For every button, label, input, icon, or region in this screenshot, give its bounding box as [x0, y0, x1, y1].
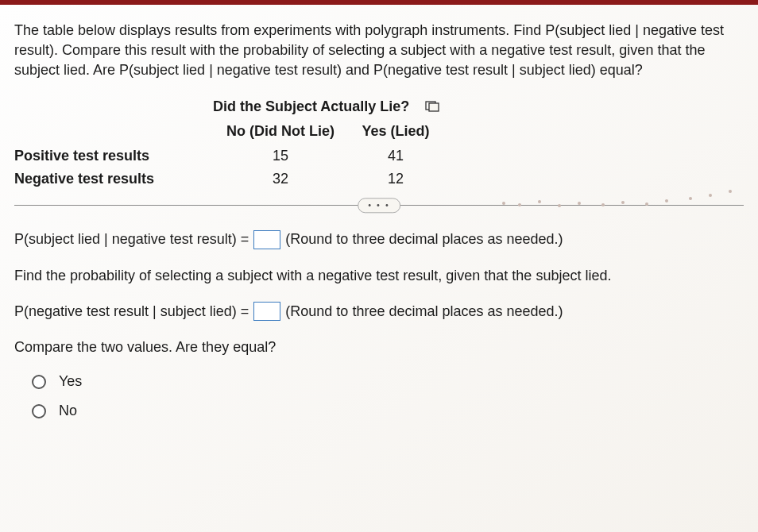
table-main-header: Did the Subject Actually Lie?: [213, 97, 409, 117]
col-header-no: No (Did Not Lie): [213, 121, 348, 141]
question-page: The table below displays results from ex…: [0, 0, 758, 532]
expand-dots-button[interactable]: • • •: [358, 198, 400, 213]
answer-line-2: Find the probability of selecting a subj…: [14, 266, 744, 286]
popout-icon[interactable]: [425, 101, 439, 112]
decorative-dots-icon: [496, 187, 750, 219]
answer-line-1: P(subject lied | negative test result) =…: [14, 229, 744, 249]
answer3-input[interactable]: [253, 302, 280, 321]
answer1-hint: (Round to three decimal places as needed…: [285, 229, 563, 249]
radio-icon: [32, 404, 46, 418]
svg-point-13: [729, 190, 732, 193]
answer3-label: P(negative test result | subject lied) =: [14, 302, 249, 322]
svg-point-11: [689, 197, 692, 200]
answer-line-3: P(negative test result | subject lied) =…: [14, 302, 744, 322]
section-divider: • • •: [14, 205, 744, 206]
cell-value: 15: [213, 146, 348, 166]
table-row: Negative test results 32 12: [14, 169, 744, 189]
svg-point-4: [538, 200, 541, 203]
row-label: Positive test results: [14, 146, 213, 166]
compare-question: Compare the two values. Are they equal?: [14, 337, 744, 357]
radio-label-no: No: [59, 401, 77, 421]
svg-rect-1: [429, 103, 439, 111]
answer1-label: P(subject lied | negative test result) =: [14, 229, 249, 249]
radio-group-compare: Yes No: [14, 372, 744, 421]
answer1-input[interactable]: [253, 230, 280, 249]
answer3-hint: (Round to three decimal places as needed…: [285, 302, 563, 322]
question-prompt: The table below displays results from ex…: [14, 21, 744, 81]
svg-point-12: [709, 194, 712, 197]
radio-option-no[interactable]: No: [32, 401, 744, 421]
cell-value: 41: [348, 146, 443, 166]
data-table: Did the Subject Actually Lie? No (Did No…: [14, 97, 744, 190]
cell-value: 12: [348, 169, 443, 189]
svg-point-10: [665, 199, 668, 202]
table-row: Positive test results 15 41: [14, 146, 744, 166]
radio-option-yes[interactable]: Yes: [32, 372, 744, 391]
radio-label-yes: Yes: [59, 372, 82, 391]
cell-value: 32: [213, 169, 348, 189]
svg-point-8: [621, 201, 625, 204]
col-header-yes: Yes (Lied): [348, 121, 443, 141]
row-label: Negative test results: [14, 169, 213, 189]
radio-icon: [32, 375, 46, 389]
